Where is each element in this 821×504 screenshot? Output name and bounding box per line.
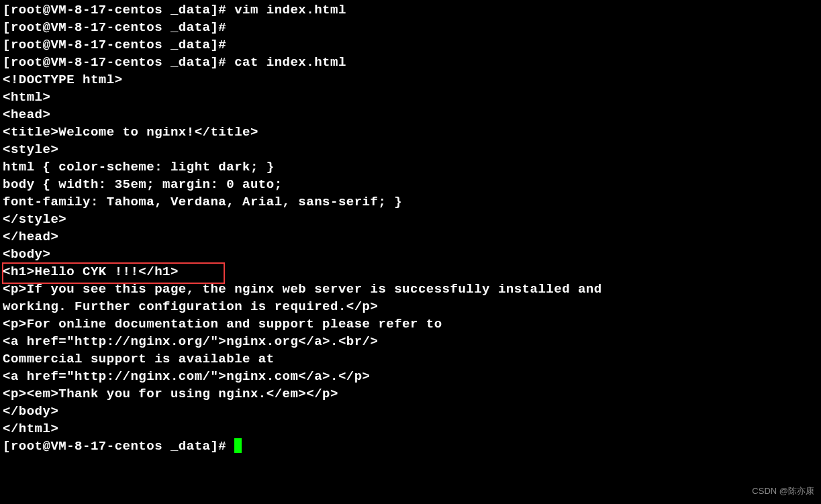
command-text: vim index.html [234,3,346,17]
file-line: <!DOCTYPE html> [3,71,818,89]
file-line: html { color-scheme: light dark; } [3,158,818,176]
cursor-icon[interactable] [234,438,242,453]
file-line: <p>For online documentation and support … [3,315,818,333]
shell-prompt: [root@VM-8-17-centos _data]# [3,38,234,52]
file-line: font-family: Tahoma, Verdana, Arial, san… [3,193,818,211]
file-line: <html> [3,89,818,106]
file-line: </head> [3,228,818,246]
file-line: <title>Welcome to nginx!</title> [3,123,818,141]
command-text: cat index.html [234,55,346,70]
file-line: <p><em>Thank you for using nginx.</em></… [3,385,818,403]
shell-prompt: [root@VM-8-17-centos _data]# [3,3,234,17]
terminal-output[interactable]: [root@VM-8-17-centos _data]# vim index.h… [3,1,818,455]
file-line: Commercial support is available at [3,350,818,368]
prompt-line: [root@VM-8-17-centos _data]# [3,19,818,36]
file-line: </html> [3,420,818,438]
file-line: working. Further configuration is requir… [3,298,818,315]
prompt-line: [root@VM-8-17-centos _data]# cat index.h… [3,54,818,71]
file-line: </body> [3,403,818,420]
shell-prompt: [root@VM-8-17-centos _data]# [3,20,234,35]
file-line: <a href="http://nginx.com/">nginx.com</a… [3,368,818,385]
file-line: <head> [3,106,818,123]
file-line: <p>If you see this page, the nginx web s… [3,281,818,298]
file-line: </style> [3,211,818,228]
file-line: <style> [3,141,818,158]
prompt-line: [root@VM-8-17-centos _data]# [3,36,818,54]
file-line: <body> [3,246,818,263]
prompt-line-active: [root@VM-8-17-centos _data]# [3,438,818,455]
file-line: <a href="http://nginx.org/">nginx.org</a… [3,333,818,350]
shell-prompt: [root@VM-8-17-centos _data]# [3,55,234,70]
prompt-line: [root@VM-8-17-centos _data]# vim index.h… [3,1,818,19]
shell-prompt: [root@VM-8-17-centos _data]# [3,439,234,454]
file-line: <h1>Hello CYK !!!</h1> [3,263,818,281]
file-line: body { width: 35em; margin: 0 auto; [3,176,818,193]
watermark-text: CSDN @陈亦康 [752,483,814,500]
